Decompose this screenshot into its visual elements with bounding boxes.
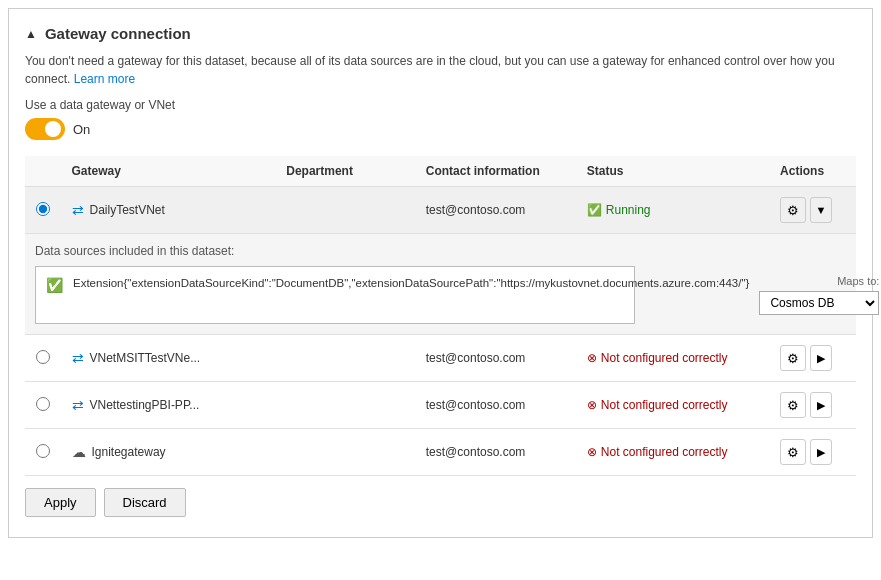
contact-cell: test@contoso.com — [416, 335, 577, 382]
gateway-radio[interactable] — [36, 397, 50, 411]
table-header-row: Gateway Department Contact information S… — [25, 156, 856, 187]
gateway-name: ⇄ DailyTestVNet — [72, 202, 267, 218]
actions-cell: ⚙ ▶ — [770, 429, 856, 476]
expanded-content: Data sources included in this dataset: ✅… — [25, 234, 856, 335]
maps-to-select[interactable]: Cosmos DB DocumentDB — [759, 291, 879, 315]
gear-button[interactable]: ⚙ — [780, 392, 806, 418]
error-icon: ⊗ — [587, 351, 597, 365]
gateway-name-label: VNettestingPBI-PP... — [90, 398, 200, 412]
vnet-icon: ⇄ — [72, 202, 84, 218]
error-icon: ⊗ — [587, 398, 597, 412]
col-select — [25, 156, 62, 187]
table-row: ⇄ DailyTestVNet test@contoso.com ✅ Runni… — [25, 187, 856, 234]
table-row: ☁ Ignitegateway test@contoso.com ⊗ Not c… — [25, 429, 856, 476]
expand-button[interactable]: ▶ — [810, 439, 832, 465]
row-radio-cell[interactable] — [25, 382, 62, 429]
toggle-state-label: On — [73, 122, 90, 137]
toggle-row: On — [25, 118, 856, 140]
status-cell: ✅ Running — [577, 187, 770, 234]
expanded-row: Data sources included in this dataset: ✅… — [25, 234, 856, 335]
ds-check-icon: ✅ — [46, 277, 63, 293]
apply-button[interactable]: Apply — [25, 488, 96, 517]
panel-title-bar: ▲ Gateway connection — [25, 25, 856, 42]
contact-cell: test@contoso.com — [416, 187, 577, 234]
contact-cell: test@contoso.com — [416, 382, 577, 429]
toggle-section-label: Use a data gateway or VNet — [25, 98, 856, 112]
discard-button[interactable]: Discard — [104, 488, 186, 517]
actions-cell: ⚙ ▶ — [770, 382, 856, 429]
datasource-box: ✅ Extension{"extensionDataSourceKind":"D… — [35, 266, 635, 324]
error-icon: ⊗ — [587, 445, 597, 459]
gateway-toggle[interactable] — [25, 118, 65, 140]
row-radio-cell[interactable] — [25, 187, 62, 234]
maps-to-block: Maps to: Cosmos DB DocumentDB — [759, 275, 879, 315]
panel-description: You don't need a gateway for this datase… — [25, 52, 856, 88]
gateway-name-cell: ⇄ VNettestingPBI-PP... — [62, 382, 277, 429]
gateway-radio[interactable] — [36, 350, 50, 364]
cloud-upload-icon: ☁ — [72, 444, 86, 460]
expand-button[interactable]: ▶ — [810, 345, 832, 371]
status-error: ⊗ Not configured correctly — [587, 351, 760, 365]
gateway-name-cell: ⇄ VNetMSITTestVNe... — [62, 335, 277, 382]
actions-group: ⚙ ▶ — [780, 392, 846, 418]
gear-button[interactable]: ⚙ — [780, 439, 806, 465]
gateway-table: Gateway Department Contact information S… — [25, 156, 856, 476]
gateway-name-label: DailyTestVNet — [90, 203, 165, 217]
row-radio-cell[interactable] — [25, 335, 62, 382]
gateway-name: ☁ Ignitegateway — [72, 444, 267, 460]
col-gateway: Gateway — [62, 156, 277, 187]
gateway-radio[interactable] — [36, 444, 50, 458]
department-cell — [276, 429, 416, 476]
expand-button[interactable]: ▶ — [810, 392, 832, 418]
table-row: ⇄ VNettestingPBI-PP... test@contoso.com … — [25, 382, 856, 429]
vnet-icon: ⇄ — [72, 397, 84, 413]
collapse-icon[interactable]: ▲ — [25, 27, 37, 41]
status-running: ✅ Running — [587, 203, 760, 217]
gateway-connection-panel: ▲ Gateway connection You don't need a ga… — [8, 8, 873, 538]
col-status: Status — [577, 156, 770, 187]
maps-to-label: Maps to: — [837, 275, 879, 287]
status-cell: ⊗ Not configured correctly — [577, 335, 770, 382]
expand-button[interactable]: ▼ — [810, 197, 832, 223]
actions-cell: ⚙ ▶ — [770, 335, 856, 382]
gateway-name-label: VNetMSITTestVNe... — [90, 351, 201, 365]
status-error: ⊗ Not configured correctly — [587, 398, 760, 412]
learn-more-link[interactable]: Learn more — [74, 72, 135, 86]
gateway-name-label: Ignitegateway — [92, 445, 166, 459]
panel-title: Gateway connection — [45, 25, 191, 42]
gateway-name: ⇄ VNettestingPBI-PP... — [72, 397, 267, 413]
department-cell — [276, 187, 416, 234]
actions-group: ⚙ ▶ — [780, 439, 846, 465]
gateway-name-cell: ☁ Ignitegateway — [62, 429, 277, 476]
row-radio-cell[interactable] — [25, 429, 62, 476]
gateway-name: ⇄ VNetMSITTestVNe... — [72, 350, 267, 366]
status-error: ⊗ Not configured correctly — [587, 445, 760, 459]
gateway-name-cell: ⇄ DailyTestVNet — [62, 187, 277, 234]
col-actions: Actions — [770, 156, 856, 187]
department-cell — [276, 382, 416, 429]
status-cell: ⊗ Not configured correctly — [577, 429, 770, 476]
gear-button[interactable]: ⚙ — [780, 197, 806, 223]
toggle-thumb — [45, 121, 61, 137]
table-row: ⇄ VNetMSITTestVNe... test@contoso.com ⊗ … — [25, 335, 856, 382]
running-check-icon: ✅ — [587, 203, 602, 217]
footer-actions: Apply Discard — [25, 476, 856, 521]
contact-cell: test@contoso.com — [416, 429, 577, 476]
actions-group: ⚙ ▼ — [780, 197, 846, 223]
gateway-radio[interactable] — [36, 202, 50, 216]
col-contact: Contact information — [416, 156, 577, 187]
gear-button[interactable]: ⚙ — [780, 345, 806, 371]
vnet-icon: ⇄ — [72, 350, 84, 366]
datasource-text: Extension{"extensionDataSourceKind":"Doc… — [73, 275, 749, 292]
actions-group: ⚙ ▶ — [780, 345, 846, 371]
col-department: Department — [276, 156, 416, 187]
actions-cell: ⚙ ▼ — [770, 187, 856, 234]
status-cell: ⊗ Not configured correctly — [577, 382, 770, 429]
department-cell — [276, 335, 416, 382]
datasource-label: Data sources included in this dataset: — [35, 244, 846, 258]
